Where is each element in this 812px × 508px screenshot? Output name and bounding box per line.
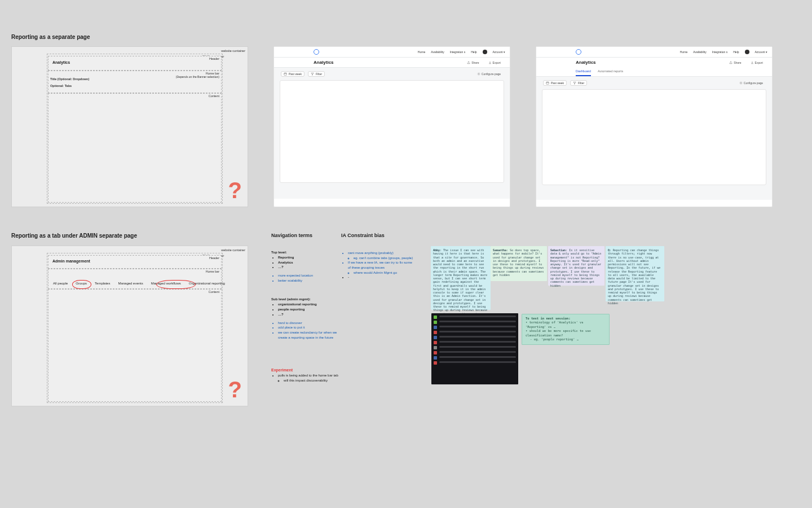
list-item: Analytics — [278, 260, 345, 265]
circle-org-reporting-icon — [156, 280, 196, 289]
question-mark-icon: ? — [228, 377, 242, 402]
share-button[interactable]: Share — [465, 60, 481, 65]
list-item: we can create redundancy for when we cre… — [278, 330, 345, 340]
list-item: should we be more specific to use classi… — [526, 329, 591, 336]
question-mark-icon: ? — [228, 178, 242, 203]
nav-help[interactable]: Help — [471, 50, 476, 54]
ia-constraint-bias: IA Constraint bias cant move anything (p… — [341, 233, 414, 280]
nav-home[interactable]: Home — [680, 50, 687, 54]
tab-all-people[interactable]: All people — [53, 282, 68, 285]
optional-tabs-label: Optional: Tabs — [50, 84, 72, 87]
list-item: will this impact discoverability — [284, 378, 345, 383]
sticky-abby: Abby: The issue I can see with having it… — [431, 246, 491, 310]
sticky-sebastian: Sebastian: Is it sensitive data & only w… — [548, 246, 604, 286]
tab-managed-events[interactable]: Managed events — [118, 282, 143, 285]
avatar-icon — [745, 50, 749, 54]
svg-rect-0 — [284, 73, 287, 75]
top-level-list: Reporting Analytics …? — [271, 255, 345, 270]
content-label: Content — [209, 94, 219, 98]
nav-help[interactable]: Help — [733, 50, 739, 54]
nav-home[interactable]: Home — [418, 50, 425, 54]
tab-automated-reports[interactable]: Automated reports — [598, 69, 623, 76]
experiment-list: polls is being added to the home bar tab… — [271, 373, 345, 383]
filter-pill[interactable]: Filter — [570, 80, 587, 86]
content-box — [48, 289, 222, 402]
website-container-label: website container — [221, 49, 245, 52]
export-button[interactable]: Export — [748, 60, 765, 65]
svg-point-3 — [740, 82, 742, 84]
to-test-note: To test in next session: • terminology o… — [522, 314, 610, 345]
logo-icon — [576, 49, 581, 55]
list-item: better scalability — [278, 278, 345, 283]
page-title: Analytics — [314, 60, 334, 65]
mock-b: Home Availability Integration s Help Acc… — [536, 46, 773, 207]
list-item: …? — [278, 312, 345, 317]
list-item: where would Admin Mgmt go — [354, 270, 414, 275]
mock-a: Home Availability Integration s Help Acc… — [273, 46, 510, 207]
nav-terms-heading: Navigation terms — [271, 233, 345, 238]
list-item: …? — [278, 265, 345, 270]
list-item: more expected location — [278, 273, 345, 278]
logo-icon — [314, 49, 319, 55]
header-label: Header — [209, 256, 219, 260]
sticky-samantha: Samantha: So does top space, what happen… — [491, 246, 547, 281]
sub-level-label: Sub level (admin mgmt): — [271, 297, 345, 301]
slack-screenshot — [431, 313, 518, 384]
canvas-area — [280, 80, 504, 183]
website-container-label: website container — [221, 248, 245, 252]
top-level-notes: more expected location better scalabilit… — [271, 273, 345, 283]
navigation-terms: Navigation terms Top level: Reporting An… — [271, 233, 345, 383]
filter-pill[interactable]: Filter — [308, 71, 325, 77]
nav-account[interactable]: Account ▾ — [755, 50, 767, 54]
list-item: cant move anything (probably) — [348, 251, 414, 256]
list-item: terminology of 'Analytics' vs 'Reporting… — [526, 321, 584, 328]
nav-availability[interactable]: Availability — [693, 50, 707, 54]
section-2-title: Reporting as a tab under ADMIN separate … — [11, 233, 137, 239]
section-1-title: Reporting as a separate page — [11, 34, 90, 40]
list-item: polls is being added to the home bar tab — [278, 373, 345, 378]
nav-integrations[interactable]: Integration s — [450, 50, 466, 54]
circle-groups-icon — [72, 280, 91, 289]
content-box — [48, 93, 222, 203]
to-test-title: To test in next session: — [526, 317, 606, 321]
avatar-icon — [483, 50, 487, 54]
page-title: Analytics — [576, 60, 596, 65]
tab-dashboard[interactable]: Dashboard — [576, 69, 591, 76]
sub-level-notes: hard to discover odd place to put it we … — [271, 321, 345, 340]
header-label: Header — [209, 57, 219, 60]
experiment-label: Experiment — [271, 368, 345, 372]
list-item: hard to discover — [278, 321, 345, 326]
nav-account[interactable]: Account ▾ — [493, 50, 505, 54]
list-item: Reporting — [278, 255, 345, 260]
wireframe-1: website container Width container Header… — [11, 46, 248, 207]
header-title: Admin management — [52, 259, 90, 263]
nav-availability[interactable]: Availability — [431, 50, 444, 54]
canvas-area — [542, 89, 766, 185]
list-item: people reporting — [278, 307, 345, 312]
ia-bias-heading: IA Constraint bias — [341, 233, 414, 238]
past-week-pill[interactable]: Past week — [543, 80, 567, 86]
list-item: eg. 'people reporting' … — [534, 338, 579, 341]
list-item: odd place to put it — [278, 325, 345, 330]
header-box — [48, 56, 222, 71]
sticky-q: Q: Reporting can change things through f… — [606, 246, 664, 301]
home-bar-label: Home bar — [206, 270, 219, 273]
top-level-label: Top level: — [271, 251, 345, 254]
list-item: eg. can't combine tabs (groups, people) — [354, 256, 414, 261]
export-button[interactable]: Export — [486, 60, 503, 65]
past-week-pill[interactable]: Past week — [281, 71, 304, 77]
svg-point-1 — [478, 73, 479, 75]
configure-page-button[interactable]: Configure page — [737, 80, 765, 86]
home-bar-box — [48, 71, 222, 93]
list-item: If we have a new IA, we can try to fix s… — [348, 260, 414, 270]
configure-page-button[interactable]: Configure page — [475, 71, 503, 77]
share-button[interactable]: Share — [727, 60, 743, 65]
home-bar-sub: (Depends on the Banner selection) — [176, 75, 219, 78]
header-title: Analytics — [52, 60, 70, 64]
nav-integrations[interactable]: Integration s — [712, 50, 728, 54]
tab-templates[interactable]: Templates — [95, 282, 110, 285]
list-item: - — [348, 275, 414, 280]
list-item: organizational reporting — [278, 302, 345, 307]
sub-level-list: organizational reporting people reportin… — [271, 302, 345, 317]
title-dropdown-label: Title (Optional: Dropdown) — [50, 77, 89, 81]
